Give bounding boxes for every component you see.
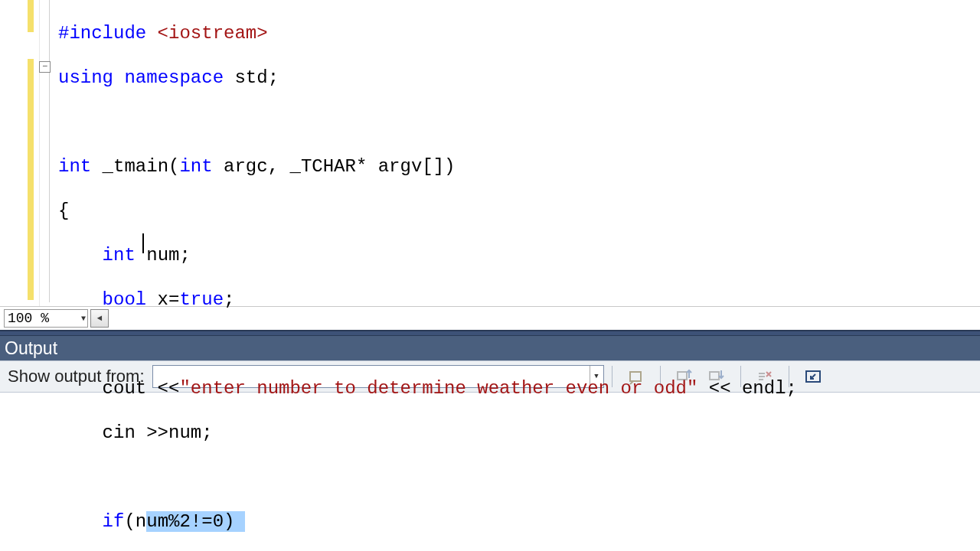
svg-rect-2 [710,372,719,380]
keyword: true [179,289,224,310]
keyword: using [58,67,113,88]
clear-all-button[interactable] [752,365,778,388]
code-content[interactable]: #include <iostream> using namespace std;… [40,0,797,306]
selected-text: um%2!=0) [146,511,234,532]
find-message-button[interactable] [623,365,649,388]
keyword: if [103,511,125,532]
toggle-word-wrap-button[interactable] [800,365,826,388]
text-caret [142,233,144,253]
svg-rect-0 [630,372,641,381]
include-path: <iostream> [146,23,267,44]
collapse-toggle[interactable]: − [39,61,51,73]
zoom-value: 100 % [8,311,49,326]
svg-rect-1 [678,372,687,380]
keyword: int [103,245,136,266]
editor-gutter: − [0,0,40,306]
string-literal: "enter number to determine weather even … [179,378,697,399]
code-text: std; [224,67,279,88]
keyword: namespace [124,67,224,88]
previous-message-button[interactable] [671,365,697,388]
keyword: #include [58,23,146,44]
code-text: (n [124,511,146,532]
code-text: { [58,201,69,221]
code-text: _tmain( [91,156,179,177]
outline-guide [49,0,50,302]
code-text: x= [146,289,179,310]
code-text: argc, _TCHAR* argv[]) [213,156,456,177]
keyword: int [58,156,91,177]
keyword: int [179,156,212,177]
code-editor[interactable]: − #include <iostream> using namespace st… [0,0,980,306]
code-text: cin >>num; [58,422,213,443]
code-text: cout << [58,378,179,399]
code-text: ; [224,289,234,310]
next-message-button[interactable] [704,365,730,388]
keyword: bool [103,289,147,310]
